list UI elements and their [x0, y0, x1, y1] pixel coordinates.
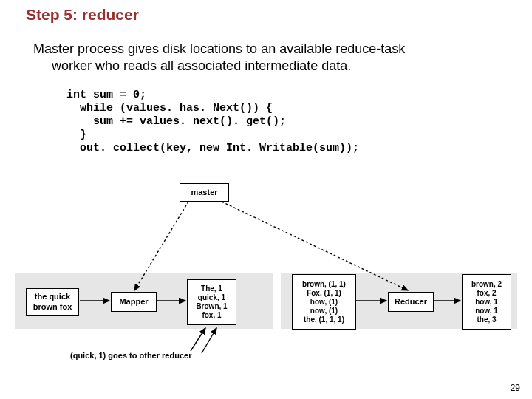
- svg-line-6: [191, 328, 205, 351]
- code-block: int sum = 0; while (values. has. Next())…: [66, 89, 359, 155]
- slide-title: Step 5: reducer: [26, 6, 139, 24]
- page-number: 29: [511, 383, 520, 393]
- description: Master process gives disk locations to a…: [33, 41, 405, 75]
- mapper-box: Mapper: [111, 292, 157, 312]
- output-box: brown, 2 fox, 2 how, 1 now, 1 the, 3: [462, 274, 511, 330]
- desc-line2: worker who reads all associated intermed…: [52, 58, 351, 73]
- mapped-box: The, 1 quick, 1 Brown, 1 fox, 1: [187, 279, 236, 325]
- master-box: master: [180, 183, 229, 202]
- reducer-box: Reducer: [388, 292, 434, 312]
- desc-line1: Master process gives disk locations to a…: [33, 41, 405, 56]
- input-box: the quick brown fox: [26, 288, 79, 316]
- other-reducer-note: (quick, 1) goes to other reducer: [70, 351, 191, 360]
- grouped-box: brown, (1, 1) Fox, (1, 1) how, (1) now, …: [292, 274, 356, 330]
- svg-line-7: [202, 328, 216, 353]
